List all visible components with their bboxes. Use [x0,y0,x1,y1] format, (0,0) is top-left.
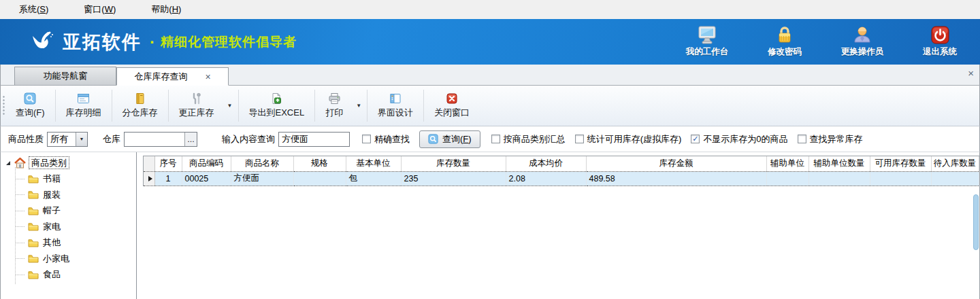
menu-help[interactable]: 帮助(H) [151,3,181,16]
warehouse-stock-button[interactable]: 分仓库存 [114,86,167,126]
banner-actions: 我的工作台 修改密码 更换操作员 [678,26,969,58]
tree-item-small-appliances[interactable]: 小家电 [1,251,136,267]
tree-item-books[interactable]: 书籍 [1,171,136,188]
virtual-stock-checkbox[interactable]: 统计可用库存(虚拟库存) [575,133,682,145]
column-header[interactable]: 库存金额 [586,156,766,171]
cell-stock-amount[interactable]: 489.58 [586,171,766,186]
correct-stock-button[interactable]: 更正库存 [170,86,223,126]
print-dropdown-icon[interactable]: ▼ [352,86,365,126]
stock-detail-button[interactable]: 库存明细 [57,86,110,126]
checkbox-box-checked[interactable]: ✓ [691,135,700,143]
tree-item-food[interactable]: 食品 [1,267,136,283]
column-header[interactable]: 辅助单位 [766,156,808,171]
grid-header-row: 序号 商品编码 商品名称 规格 基本单位 库存数量 成本均价 库存金额 辅助单位… [144,156,979,171]
tree-item-others[interactable]: 其他 [1,235,136,251]
folder-icon [28,190,39,199]
menu-text: ) [178,4,181,14]
operator-user-icon [853,26,872,44]
toolbar: 查询(F) 库存明细 分仓库存 更正库存 ▼ [0,86,980,126]
row-marker-cell [144,171,154,186]
ellipsis-lookup-icon[interactable]: … [184,133,197,146]
search-content-input[interactable] [279,133,349,146]
column-header[interactable]: 商品名称 [231,156,293,171]
tree-root-label[interactable]: 商品类别 [29,156,69,169]
column-header[interactable]: 可用库存数量 [870,156,931,171]
my-workbench-button[interactable]: 我的工作台 [678,26,736,58]
cell-aux-unit[interactable] [766,171,808,186]
exit-system-button[interactable]: 退出系统 [911,26,969,58]
abnormal-stock-checkbox[interactable]: 查找异常库存 [798,133,863,145]
hide-zero-stock-checkbox[interactable]: ✓ 不显示库存为0的商品 [691,133,787,145]
search-content-field[interactable] [278,132,350,147]
tree-item-clothing[interactable]: 服装 [1,187,136,203]
tree-item-hats[interactable]: 帽子 [1,203,136,219]
menu-window[interactable]: 窗口(W) [84,3,116,16]
correct-stock-dropdown-icon[interactable]: ▼ [223,86,237,126]
vertical-scrollbar-thumb[interactable] [973,194,979,250]
tree-item-label: 服装 [43,189,61,201]
label-text: 查询( [442,134,463,144]
checkbox-box[interactable] [491,135,500,143]
brand-logo: 亚拓软件 · 精细化管理软件倡导者 [27,28,297,56]
cell-base-unit[interactable]: 包 [346,171,401,186]
tree-root-category[interactable]: 商品类别 [1,155,136,171]
toolbar-separator [168,90,169,122]
change-operator-button[interactable]: 更换操作员 [833,26,892,58]
ui-design-button[interactable]: 界面设计 [369,86,422,126]
print-button[interactable]: 打印 [316,86,352,126]
filter-query-button[interactable]: 查询(F) [419,130,480,148]
cell-product-name[interactable]: 方便面 [231,171,293,186]
product-nature-select[interactable]: 所有 ▼ [47,132,88,147]
column-header[interactable]: 辅助单位数量 [808,156,870,171]
column-header[interactable]: 基本单位 [346,156,401,171]
tab-warehouse-inventory-query[interactable]: 仓库库存查询 × [116,67,229,86]
cell-seq[interactable]: 1 [154,171,182,186]
cell-spec[interactable] [293,171,346,186]
tabgroup-close-icon[interactable]: × [968,67,974,79]
export-excel-button[interactable]: 导出到EXCEL [240,86,314,126]
brand-name: 亚拓软件 [63,30,142,54]
tree-item-label: 小家电 [43,253,69,265]
tab-close-icon[interactable]: × [205,72,210,82]
column-header[interactable]: 商品编码 [182,156,231,171]
table-row[interactable]: 1 00025 方便面 包 235 2.08 489.58 [144,171,979,186]
checkbox-box[interactable] [362,135,371,143]
inventory-grid: 序号 商品编码 商品名称 规格 基本单位 库存数量 成本均价 库存金额 辅助单位… [143,156,979,186]
folder-icon [28,254,39,263]
menu-system[interactable]: 系统(S) [19,3,48,16]
column-header[interactable]: 待入库数量 [931,156,979,171]
toolbar-grip[interactable] [1,86,7,126]
chevron-down-icon[interactable]: ▼ [76,133,87,146]
toolbar-separator [238,90,239,122]
brand-separator: · [150,33,155,52]
cell-avg-cost[interactable]: 2.08 [506,171,586,186]
tree-item-appliances[interactable]: 家电 [1,219,136,235]
search-icon [24,92,36,105]
change-password-button[interactable]: 修改密码 [755,26,814,58]
group-by-category-checkbox[interactable]: 按商品类别汇总 [491,133,566,145]
toolbar-separator [314,90,315,122]
tree-expander-icon[interactable] [5,160,12,166]
column-header[interactable]: 库存数量 [401,156,506,171]
toolbar-button-label: 界面设计 [378,107,413,119]
tab-function-navigation[interactable]: 功能导航窗 [14,67,116,85]
warehouse-input[interactable] [125,133,184,146]
exact-search-checkbox[interactable]: 精确查找 [362,133,410,145]
warehouse-field[interactable]: … [124,132,197,147]
cell-product-code[interactable]: 00025 [182,171,231,186]
checkbox-box[interactable] [798,135,806,143]
cell-available-qty[interactable] [870,171,931,186]
column-header[interactable]: 规格 [293,156,346,171]
column-header[interactable]: 序号 [154,156,182,171]
tree-item-label: 家电 [43,221,61,233]
search-icon [428,134,438,144]
query-button[interactable]: 查询(F) [7,86,54,126]
cell-inbound-qty[interactable] [931,171,979,186]
column-header[interactable]: 成本均价 [506,156,586,171]
cell-stock-qty[interactable]: 235 [401,171,506,186]
close-window-button[interactable]: 关闭窗口 [425,86,478,126]
checkbox-box[interactable] [575,135,584,143]
folder-icon [28,175,39,183]
menu-hotkey: H [172,4,178,14]
cell-aux-unit-qty[interactable] [808,171,870,186]
